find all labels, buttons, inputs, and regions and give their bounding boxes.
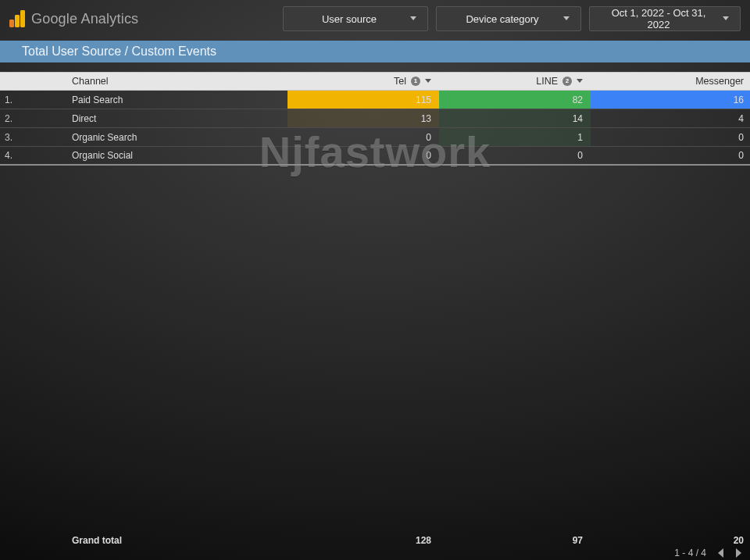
pager: 1 - 4 / 4 xyxy=(674,548,742,558)
date-range-select[interactable]: Oct 1, 2022 - Oct 31, 2022 xyxy=(589,6,741,31)
dimension2-label: Device category xyxy=(449,13,555,25)
table-row[interactable]: 3.Organic Search010 xyxy=(0,128,750,147)
row-messenger: 0 xyxy=(591,147,750,164)
pager-prev-button[interactable] xyxy=(717,548,724,558)
row-line: 1 xyxy=(439,128,591,146)
pager-next-button[interactable] xyxy=(735,548,742,558)
chevron-down-icon xyxy=(563,16,570,21)
dimension2-select[interactable]: Device category xyxy=(436,6,581,31)
row-tel: 13 xyxy=(288,109,439,127)
report-table: Channel Tel 1 LINE 2 Messenger 1.Paid Se… xyxy=(0,72,750,166)
grand-total-line: 97 xyxy=(439,535,591,546)
header-tel[interactable]: Tel 1 xyxy=(288,76,439,87)
chevron-down-icon xyxy=(410,16,416,21)
report-title: Total User Source / Custom Events xyxy=(22,45,216,59)
dimension1-select[interactable]: User source xyxy=(283,6,428,31)
chevron-down-icon xyxy=(577,79,583,84)
header-line[interactable]: LINE 2 xyxy=(439,76,591,87)
report-title-banner: Total User Source / Custom Events xyxy=(0,41,750,62)
header-messenger[interactable]: Messenger xyxy=(591,76,750,87)
table-row[interactable]: 2.Direct13144 xyxy=(0,109,750,128)
row-tel: 0 xyxy=(288,128,439,146)
row-tel: 115 xyxy=(288,91,439,109)
date-range-label: Oct 1, 2022 - Oct 31, 2022 xyxy=(602,7,715,30)
row-line: 14 xyxy=(439,109,591,127)
chevron-down-icon xyxy=(425,79,431,84)
table-header-row: Channel Tel 1 LINE 2 Messenger xyxy=(0,72,750,91)
info-icon: 1 xyxy=(411,77,420,86)
grand-total-label: Grand total xyxy=(72,535,288,546)
dimension1-label: User source xyxy=(296,13,402,25)
brand-name: Google Analytics xyxy=(31,11,138,27)
row-index: 3. xyxy=(0,128,72,146)
row-index: 4. xyxy=(0,147,72,164)
row-messenger: 0 xyxy=(591,128,750,146)
table-body: 1.Paid Search11582162.Direct131443.Organ… xyxy=(0,91,750,166)
row-index: 2. xyxy=(0,109,72,127)
ga-logo-icon xyxy=(9,10,25,27)
row-messenger: 4 xyxy=(591,109,750,127)
row-channel: Direct xyxy=(72,109,288,127)
row-line: 82 xyxy=(439,91,591,109)
row-tel: 0 xyxy=(288,147,439,164)
chevron-down-icon xyxy=(723,16,729,21)
table-row[interactable]: 4.Organic Social000 xyxy=(0,147,750,166)
header-tel-label: Tel xyxy=(394,76,406,87)
row-channel: Organic Search xyxy=(72,128,288,146)
brand: Google Analytics xyxy=(9,10,138,27)
svg-rect-0 xyxy=(9,20,14,27)
row-index: 1. xyxy=(0,91,72,109)
svg-rect-2 xyxy=(20,10,25,27)
grand-total-messenger: 20 xyxy=(591,535,750,546)
pager-text: 1 - 4 / 4 xyxy=(674,548,706,558)
top-bar: Google Analytics User source Device cate… xyxy=(0,0,750,37)
row-line: 0 xyxy=(439,147,591,164)
table-row[interactable]: 1.Paid Search1158216 xyxy=(0,91,750,109)
grand-total-row: Grand total 128 97 20 xyxy=(0,530,750,551)
svg-rect-1 xyxy=(15,15,20,27)
header-channel[interactable]: Channel xyxy=(72,76,288,87)
row-messenger: 16 xyxy=(591,91,750,109)
info-icon: 2 xyxy=(562,77,572,86)
header-line-label: LINE xyxy=(536,76,558,87)
row-channel: Organic Social xyxy=(72,147,288,164)
grand-total-tel: 128 xyxy=(288,535,439,546)
row-channel: Paid Search xyxy=(72,91,288,109)
